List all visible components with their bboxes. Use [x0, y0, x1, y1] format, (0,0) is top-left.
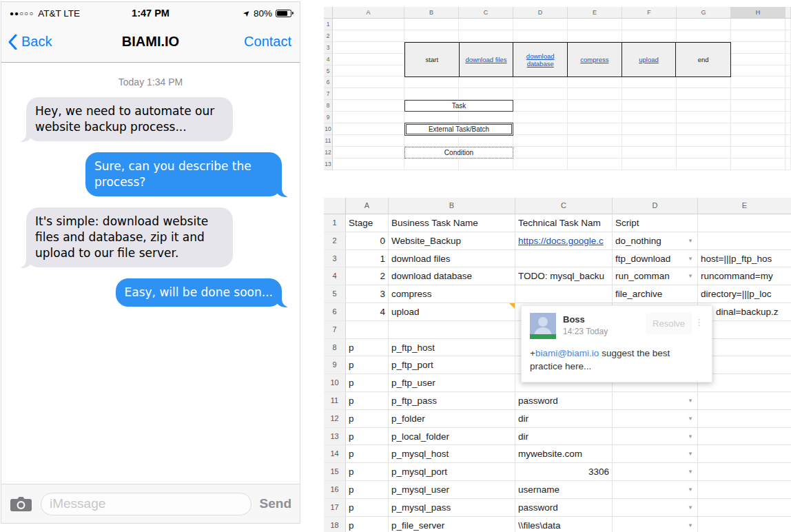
flow-cell-B7[interactable]: [404, 88, 459, 100]
task-cell-A11[interactable]: p: [346, 392, 389, 410]
task-row-header-16[interactable]: 16: [324, 481, 346, 499]
dropdown-arrow-icon[interactable]: ▼: [688, 499, 693, 516]
flow-row-header-4[interactable]: 4: [324, 54, 333, 65]
task-cell-E5[interactable]: directory=|||p_loc: [698, 285, 791, 303]
flow-cell-E13[interactable]: [568, 158, 622, 170]
task-cell-B11[interactable]: p_ftp_pass: [389, 392, 515, 410]
flow-cell-D10[interactable]: [513, 123, 568, 135]
flow-col-header-G[interactable]: G: [677, 7, 731, 19]
task-row-header-2[interactable]: 2: [324, 232, 346, 250]
flow-cell-H13[interactable]: [731, 158, 785, 170]
task-cell-B8[interactable]: p_ftp_host: [389, 339, 515, 357]
flow-row-header-12[interactable]: 12: [324, 147, 333, 158]
task-row-header-1[interactable]: 1: [324, 214, 346, 232]
dropdown-arrow-icon[interactable]: ▼: [688, 232, 693, 249]
task-cell-D16[interactable]: ▼: [613, 481, 698, 499]
task-cell-A7[interactable]: [346, 321, 389, 339]
dropdown-arrow-icon[interactable]: ▼: [688, 267, 693, 285]
task-cell-D15[interactable]: ▼: [613, 463, 698, 481]
flow-cell-A4[interactable]: [333, 54, 404, 65]
flow-cell-H11[interactable]: [731, 135, 785, 147]
flow-cell-D13[interactable]: [513, 158, 568, 170]
flow-cell-H8[interactable]: [731, 100, 785, 112]
dropdown-arrow-icon[interactable]: ▼: [688, 481, 693, 498]
flow-row-header-1[interactable]: 1: [324, 19, 333, 30]
flow-cell-E10[interactable]: [568, 123, 622, 135]
task-cell-E4[interactable]: runcommand=my: [698, 267, 791, 285]
flow-cell-B11[interactable]: [404, 135, 459, 147]
task-row-header-5[interactable]: 5: [324, 285, 346, 303]
flow-cell-G1[interactable]: [677, 19, 731, 30]
flow-cell-A1[interactable]: [333, 19, 404, 30]
flow-cell-D7[interactable]: [513, 88, 568, 100]
flow-cell-H4[interactable]: [731, 54, 785, 65]
flow-cell-E8[interactable]: [568, 100, 622, 112]
task-row-header-12[interactable]: 12: [324, 410, 346, 428]
task-cell-C18[interactable]: \\files\data: [515, 517, 613, 532]
task-cell-C5[interactable]: [515, 285, 613, 303]
task-row-header-13[interactable]: 13: [324, 428, 346, 446]
task-col-header-D[interactable]: D: [613, 198, 698, 214]
task-cell-D13[interactable]: ▼: [613, 428, 698, 446]
flow-cell-C11[interactable]: [459, 135, 513, 147]
task-cell-A15[interactable]: p: [346, 463, 389, 481]
task-row-header-10[interactable]: 10: [324, 374, 346, 392]
flow-step-start[interactable]: start: [405, 43, 460, 76]
flow-cell-A9[interactable]: [333, 112, 404, 123]
task-cell-A18[interactable]: p: [346, 517, 389, 532]
task-cell-E13[interactable]: [698, 428, 791, 446]
flow-cell-G11[interactable]: [677, 135, 731, 147]
task-cell-B12[interactable]: p_folder: [389, 410, 515, 428]
flow-cell-E7[interactable]: [568, 88, 622, 100]
flow-cell-E12[interactable]: [568, 147, 622, 158]
flow-cell-H2[interactable]: [731, 30, 785, 42]
task-cell-B10[interactable]: p_ftp_user: [389, 374, 515, 392]
flow-cell-F12[interactable]: [622, 147, 677, 158]
task-cell-A6[interactable]: 4: [346, 303, 389, 321]
flow-cell-A5[interactable]: [333, 65, 404, 77]
task-cell-D2[interactable]: do_nothing▼: [613, 232, 698, 250]
flow-col-header-E[interactable]: E: [568, 7, 622, 19]
flow-step-link[interactable]: download files: [465, 56, 506, 63]
task-col-header-B[interactable]: B: [389, 198, 515, 214]
task-cell-B7[interactable]: [389, 321, 515, 339]
flow-cell-H10[interactable]: [731, 123, 785, 135]
flow-step-end[interactable]: end: [676, 43, 730, 76]
mention-link[interactable]: biami@biami.io: [535, 348, 599, 358]
task-cell-A4[interactable]: 2: [346, 267, 389, 285]
dropdown-arrow-icon[interactable]: ▼: [688, 392, 693, 409]
flow-cell-D6[interactable]: [513, 76, 568, 88]
flow-cell-A6[interactable]: [333, 76, 404, 88]
task-row-header-3[interactable]: 3: [324, 250, 346, 268]
task-cell-D14[interactable]: ▼: [613, 445, 698, 463]
task-cell-E18[interactable]: [698, 517, 791, 532]
flow-cell-G10[interactable]: [677, 123, 731, 135]
flow-cell-B2[interactable]: [404, 30, 459, 42]
flow-cell-A3[interactable]: [333, 42, 404, 54]
task-cell-C16[interactable]: username: [515, 481, 613, 499]
task-cell-B3[interactable]: download files: [389, 250, 515, 268]
flow-cell-F1[interactable]: [622, 19, 677, 30]
task-cell-D11[interactable]: ▼: [613, 392, 698, 410]
task-cell-B4[interactable]: download database: [389, 267, 515, 285]
flow-cell-F7[interactable]: [622, 88, 677, 100]
task-cell-C14[interactable]: mywebsite.com: [515, 445, 613, 463]
flow-cell-C7[interactable]: [459, 88, 513, 100]
task-cell-D4[interactable]: run_comman▼: [613, 267, 698, 285]
flow-cell-H3[interactable]: [731, 42, 785, 54]
task-cell-B1[interactable]: Business Task Name: [389, 214, 515, 232]
task-row-header-15[interactable]: 15: [324, 463, 346, 481]
flow-step-upload[interactable]: upload: [622, 43, 677, 76]
flow-row-header-5[interactable]: 5: [324, 65, 333, 77]
flow-row-header-3[interactable]: 3: [324, 42, 333, 54]
flow-cell-G7[interactable]: [677, 88, 731, 100]
flow-cell-F8[interactable]: [622, 100, 677, 112]
flow-cell-D8[interactable]: [513, 100, 568, 112]
task-cell-D5[interactable]: file_archive: [613, 285, 698, 303]
task-cell-C1[interactable]: Technical Task Nam: [515, 214, 613, 232]
dropdown-arrow-icon[interactable]: ▼: [688, 517, 693, 532]
task-cell-C3[interactable]: [515, 250, 613, 268]
flow-row-header-8[interactable]: 8: [324, 100, 333, 112]
flow-col-header-A[interactable]: A: [333, 7, 404, 19]
task-cell-C13[interactable]: dir: [515, 428, 613, 446]
